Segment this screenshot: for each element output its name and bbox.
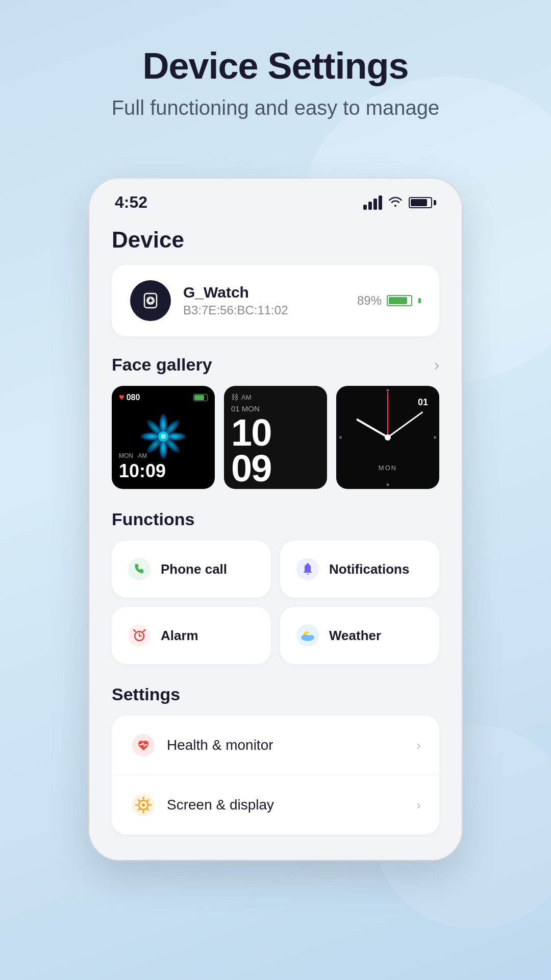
device-info: G_Watch B3:7E:56:BC:11:02 (183, 284, 288, 317)
health-monitor-arrow-icon: › (416, 738, 421, 753)
screen-display-icon (130, 792, 157, 818)
phone-mockup: 4:52 (89, 179, 462, 860)
wf2-time: 10 09 (231, 415, 320, 487)
wf3-center-dot (385, 434, 391, 440)
watch-face-1[interactable]: ♥ 080 (112, 386, 215, 489)
svg-line-39 (147, 800, 148, 801)
device-section-title: Device (112, 227, 439, 253)
watch-icon (130, 280, 171, 321)
device-mac: B3:7E:56:BC:11:02 (183, 303, 288, 317)
settings-section-title: Settings (112, 684, 439, 704)
status-time: 4:52 (115, 193, 147, 212)
weather-icon (294, 622, 321, 649)
wf1-battery-icon (193, 394, 208, 401)
svg-point-28 (302, 636, 313, 641)
function-phone-call-label: Phone call (161, 561, 227, 577)
function-phone-call[interactable]: Phone call (112, 541, 271, 598)
battery-percent-label: 89% (357, 293, 382, 308)
device-card-left: G_Watch B3:7E:56:BC:11:02 (130, 280, 288, 321)
screen-display-label: Screen & display (167, 797, 406, 813)
wf1-heart-rate: ♥ 080 (119, 392, 140, 403)
settings-card: Health & monitor › (112, 716, 439, 835)
health-monitor-label: Health & monitor (167, 737, 406, 753)
svg-line-38 (147, 809, 148, 810)
status-icons (363, 194, 436, 210)
face-gallery-arrow-icon: › (434, 356, 439, 374)
wf3-minute-hand (387, 411, 423, 438)
signal-bars-icon (363, 195, 382, 210)
settings-screen-display[interactable]: Screen & display › (112, 775, 439, 835)
svg-point-15 (128, 558, 151, 580)
screen-display-arrow-icon: › (416, 797, 421, 813)
function-notifications[interactable]: Notifications (280, 541, 439, 598)
battery-icon (409, 197, 436, 208)
page-title: Device Settings (0, 46, 551, 86)
status-bar: 4:52 (89, 179, 462, 217)
function-weather[interactable]: Weather (280, 607, 439, 664)
wf3-day: MON (379, 464, 397, 472)
watch-face-2[interactable]: ⛓ AM 01 MON 10 09 14200 ♥ 080 (224, 386, 327, 489)
svg-point-14 (161, 434, 166, 439)
wf3-hour-hand (356, 419, 388, 438)
page-subtitle: Full functioning and easy to manage (0, 96, 551, 119)
functions-section-title: Functions (112, 509, 439, 529)
wf1-time: 10:09 (119, 460, 166, 482)
function-notifications-label: Notifications (329, 561, 409, 577)
svg-line-37 (138, 800, 139, 801)
svg-point-32 (142, 803, 145, 806)
wifi-icon (388, 194, 403, 210)
device-card[interactable]: G_Watch B3:7E:56:BC:11:02 89% (112, 265, 439, 336)
svg-line-40 (138, 809, 139, 810)
wf3-second-hand (387, 392, 388, 437)
function-alarm-label: Alarm (161, 628, 198, 644)
functions-grid: Phone call Notifications (112, 541, 439, 664)
face-gallery: ♥ 080 (112, 386, 439, 489)
alarm-icon (126, 622, 153, 649)
notifications-icon (294, 556, 321, 582)
function-alarm[interactable]: Alarm (112, 607, 271, 664)
device-name: G_Watch (183, 284, 288, 301)
face-gallery-header[interactable]: Face gallery › (112, 355, 439, 375)
settings-health-monitor[interactable]: Health & monitor › (112, 716, 439, 775)
device-battery: 89% (357, 293, 421, 308)
function-weather-label: Weather (329, 628, 381, 644)
watch-face-3[interactable]: 01 (336, 386, 439, 489)
face-gallery-title: Face gallery (112, 355, 212, 375)
wf3-date: 01 (418, 397, 428, 408)
health-monitor-icon (130, 732, 157, 758)
phone-call-icon (126, 556, 153, 582)
